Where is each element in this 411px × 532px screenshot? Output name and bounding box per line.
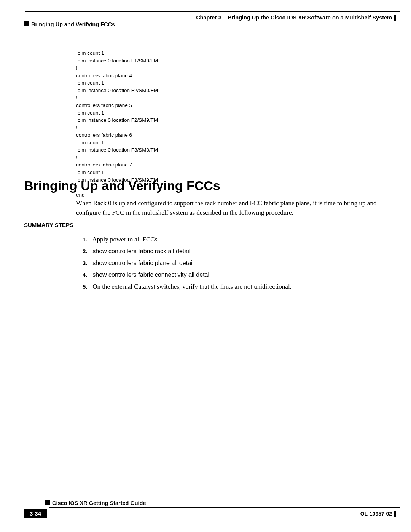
header-chapter: Chapter 3 Bringing Up the Cisco IOS XR S…: [196, 14, 396, 21]
footer-doc-id: OL-10957-02: [360, 511, 396, 517]
step-command: show controllers fabric plane all detail: [92, 260, 194, 266]
step-command: show controllers fabric rack all detail: [92, 248, 190, 254]
chapter-label: Chapter 3: [196, 14, 221, 21]
step-number: 3.: [83, 258, 91, 268]
footer-end-bar-icon: [394, 511, 396, 517]
header-end-bar-icon: [394, 15, 396, 21]
step-item: 3. show controllers fabric plane all det…: [83, 258, 388, 269]
intro-paragraph: When Rack 0 is up and configured to supp…: [76, 199, 388, 217]
footer-square-icon: [45, 500, 50, 505]
step-text: Apply power to all FCCs.: [92, 236, 159, 243]
footer-rule: [49, 507, 400, 508]
step-text: On the external Catalyst switches, verif…: [92, 283, 292, 290]
header-square-icon: [24, 21, 29, 26]
header-rule: [25, 11, 400, 12]
step-number: 1.: [83, 235, 91, 244]
page-heading: Bringing Up and Verifying FCCs: [24, 178, 220, 193]
summary-steps-list: 1. Apply power to all FCCs. 2. show cont…: [83, 234, 388, 293]
step-number: 5.: [83, 282, 91, 292]
footer-guide-title: Cisco IOS XR Getting Started Guide: [52, 500, 146, 506]
step-item: 2. show controllers fabric rack all deta…: [83, 246, 388, 257]
step-number: 4.: [83, 270, 91, 280]
header-section-title: Bringing Up and Verifying FCCs: [31, 21, 115, 27]
footer-page-number: 3-34: [24, 509, 47, 518]
document-page: Chapter 3 Bringing Up the Cisco IOS XR S…: [0, 0, 411, 532]
step-item: 1. Apply power to all FCCs.: [83, 234, 388, 245]
summary-steps-label: SUMMARY STEPS: [24, 222, 73, 228]
step-number: 2.: [83, 246, 91, 256]
step-item: 5. On the external Catalyst switches, ve…: [83, 281, 388, 292]
chapter-title: Bringing Up the Cisco IOS XR Software on…: [228, 14, 392, 21]
step-item: 4. show controllers fabric connectivity …: [83, 270, 388, 281]
step-command: show controllers fabric connectivity all…: [92, 272, 210, 278]
config-code-block: oim count 1 oim instance 0 location F1/S…: [76, 50, 158, 198]
